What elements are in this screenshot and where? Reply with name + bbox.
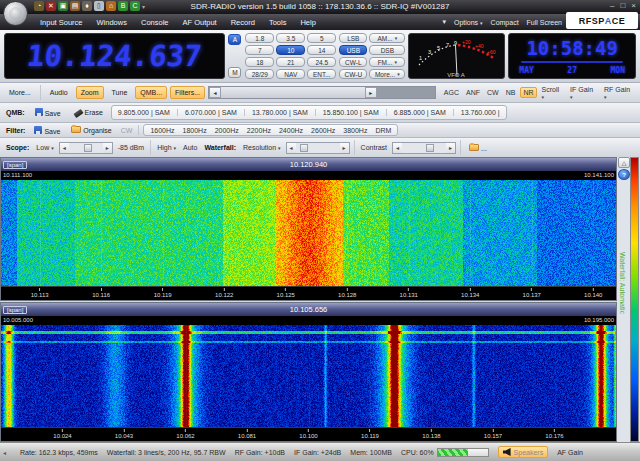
minimize-button[interactable]: – (610, 1, 614, 10)
scope-low-slider[interactable]: ◂ ▸ (59, 142, 113, 154)
maximize-button[interactable]: □ (620, 1, 625, 10)
agc-toggle[interactable]: AGC (442, 88, 461, 97)
af-gain-button[interactable]: AF Gain (557, 449, 583, 456)
slider-left-icon[interactable]: ◂ (60, 143, 69, 153)
slider-right-icon[interactable]: ▸ (103, 143, 112, 153)
filter-1800hz[interactable]: 1800Hz (181, 126, 209, 135)
band-21[interactable]: 21 (276, 57, 305, 67)
qmb-memory-5[interactable]: 6.885.000 | SAM (392, 108, 448, 117)
band-28-29[interactable]: 28/29 (245, 69, 274, 79)
band-1-8[interactable]: 1.8 (245, 33, 274, 43)
qmb-memory-3[interactable]: 13.780.000 | SAM (250, 108, 310, 117)
collapse-up-button[interactable]: △ (618, 157, 630, 168)
menu-help[interactable]: Help (300, 18, 315, 27)
menu-record[interactable]: Record (231, 18, 255, 27)
nr-toggle[interactable]: NR (520, 87, 536, 98)
status-collapse-icon[interactable]: ◂ (3, 449, 11, 456)
audio-button[interactable]: Audio (45, 86, 73, 99)
tune-button[interactable]: Tune (107, 86, 133, 99)
options-menu[interactable]: Options ▾ (454, 19, 483, 26)
scroll-left-icon[interactable]: ◂ (209, 87, 221, 98)
filter-2000hz[interactable]: 2000Hz (213, 126, 241, 135)
filter-2400hz[interactable]: 2400Hz (277, 126, 305, 135)
scrollbar-track[interactable] (377, 87, 435, 98)
scope-low-menu[interactable]: Low ▾ (34, 143, 55, 152)
filter-2200hz[interactable]: 2200Hz (245, 126, 273, 135)
mode-cw-u[interactable]: CW-U (339, 69, 367, 79)
app-menu-button[interactable] (3, 1, 28, 26)
filter-organise-button[interactable]: Organise (67, 125, 115, 135)
mode-more[interactable]: More...▾ (369, 69, 405, 79)
slider-thumb[interactable] (84, 144, 92, 152)
band-24-5[interactable]: 24.5 (307, 57, 336, 67)
qmb-button[interactable]: QMB... (135, 86, 167, 99)
nav-button[interactable]: NAV (276, 69, 305, 79)
filter-drm[interactable]: DRM (373, 126, 393, 135)
rf-gain-menu[interactable]: RF Gain ▾ (602, 85, 636, 101)
slider-thumb[interactable] (426, 144, 434, 152)
nb-toggle[interactable]: NB (504, 88, 518, 97)
band-7[interactable]: 7 (245, 45, 274, 55)
mode-am[interactable]: AM...▾ (369, 33, 405, 43)
filter-1600hz[interactable]: 1600Hz (148, 126, 176, 135)
scroll-right-icon[interactable]: ▸ (365, 87, 377, 98)
resolution-slider[interactable]: ◂ ▸ (286, 142, 350, 154)
vfo-a-button[interactable]: A (228, 34, 241, 45)
qmb-memory-4[interactable]: 15.850.100 | SAM (321, 108, 381, 117)
menu-tools[interactable]: Tools (269, 18, 287, 27)
band-3-5[interactable]: 3.5 (276, 33, 305, 43)
waterfall-options-button[interactable]: ... (465, 143, 491, 153)
filter-cw-button[interactable]: CW (119, 126, 135, 135)
mode-cw-l[interactable]: CW-L (339, 57, 367, 67)
if-gain-menu[interactable]: IF Gain ▾ (568, 85, 599, 101)
qmb-memory-6[interactable]: 13.760.000 | (459, 108, 502, 117)
scrollbar-thumb[interactable] (221, 87, 365, 98)
slider-right-icon[interactable]: ▸ (340, 143, 349, 153)
mode-fm[interactable]: FM...▾ (369, 57, 405, 67)
compact-button[interactable]: Compact (491, 19, 519, 26)
mode-dsb[interactable]: DSB (369, 45, 405, 55)
speakers-button[interactable]: Speakers (498, 446, 549, 458)
resolution-menu[interactable]: Resolution ▾ (241, 143, 283, 152)
qmb-erase-button[interactable]: Erase (69, 106, 108, 119)
mode-lsb[interactable]: LSB (339, 33, 367, 43)
band-18[interactable]: 18 (245, 57, 274, 67)
waterfall-palette-bar[interactable] (630, 157, 639, 442)
band-14[interactable]: 14 (307, 45, 336, 55)
filter-2600hz[interactable]: 2600Hz (309, 126, 337, 135)
menu-af-output[interactable]: AF Output (183, 18, 217, 27)
memory-button[interactable]: M (228, 67, 241, 78)
more-button[interactable]: More... (4, 86, 36, 99)
band-5[interactable]: 5 (307, 33, 336, 43)
scroll-menu[interactable]: Scroll ▾ (540, 85, 566, 101)
frequency-display[interactable]: 10.124.637 (4, 33, 225, 79)
qmb-memory-1[interactable]: 9.805.000 | SAM (116, 108, 172, 117)
slider-right-icon[interactable]: ▸ (446, 143, 455, 153)
zoom-button[interactable]: Zoom (76, 86, 104, 99)
mode-usb[interactable]: USB (339, 45, 367, 55)
anf-toggle[interactable]: ANF (464, 88, 482, 97)
slider-thumb[interactable] (300, 144, 308, 152)
scope-high-menu[interactable]: High ▾ (155, 143, 178, 152)
frequency-scrollbar[interactable]: ◂ ▸ (208, 86, 436, 99)
menu-input-source[interactable]: Input Source (40, 18, 83, 27)
qmb-memory-2[interactable]: 6.070.000 | SAM (183, 108, 239, 117)
fullscreen-button[interactable]: Full Screen (527, 19, 562, 26)
waterfall-2-display[interactable] (1, 325, 616, 427)
contrast-slider[interactable]: ◂ ▸ (392, 142, 456, 154)
close-button[interactable]: × (631, 1, 636, 10)
band-10[interactable]: 10 (276, 45, 305, 55)
menu-windows[interactable]: Windows (97, 18, 127, 27)
ribbon-collapse-icon[interactable]: ▾ (442, 18, 446, 26)
filter-save-button[interactable]: Save (30, 125, 64, 136)
slider-left-icon[interactable]: ◂ (287, 143, 296, 153)
slider-left-icon[interactable]: ◂ (393, 143, 402, 153)
filter-3800hz[interactable]: 3800Hz (341, 126, 369, 135)
filters-button[interactable]: Filters... (170, 86, 205, 99)
cw-toggle[interactable]: CW (485, 88, 501, 97)
help-button[interactable]: ? (618, 169, 630, 180)
qmb-save-button[interactable]: Save (30, 105, 66, 120)
waterfall-1-display[interactable] (1, 180, 616, 286)
scope-auto-button[interactable]: Auto (181, 143, 199, 152)
ent-button[interactable]: ENT... (307, 69, 336, 79)
